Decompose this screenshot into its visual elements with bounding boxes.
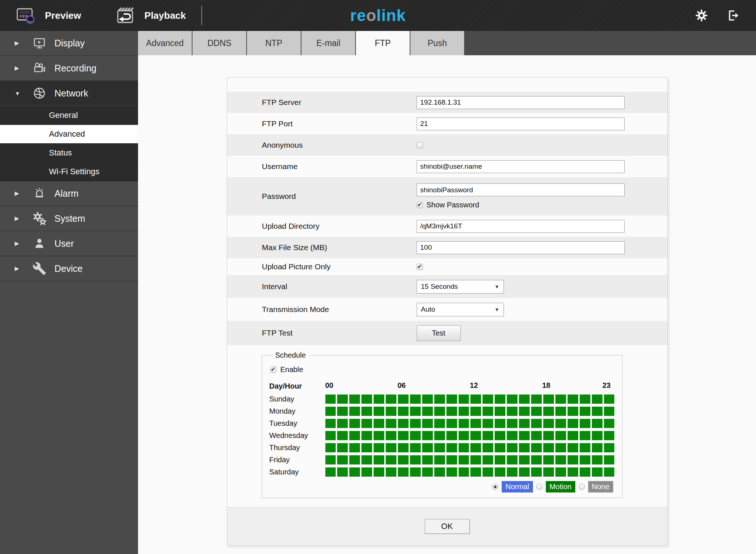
schedule-cell[interactable] <box>604 443 615 452</box>
schedule-cell[interactable] <box>459 455 469 464</box>
schedule-cell[interactable] <box>410 407 421 416</box>
schedule-cell[interactable] <box>374 431 384 440</box>
schedule-cell[interactable] <box>325 443 336 452</box>
tab-ddns[interactable]: DDNS <box>192 31 246 55</box>
schedule-cell[interactable] <box>568 431 578 440</box>
show-password-checkbox[interactable] <box>417 202 423 208</box>
schedule-cell[interactable] <box>531 407 542 416</box>
schedule-cell[interactable] <box>410 443 421 452</box>
schedule-cell[interactable] <box>374 395 384 404</box>
schedule-cell[interactable] <box>555 467 566 477</box>
schedule-cell[interactable] <box>361 407 372 416</box>
schedule-cell[interactable] <box>361 431 372 440</box>
schedule-cell[interactable] <box>531 455 542 464</box>
schedule-cell[interactable] <box>337 407 348 416</box>
schedule-cell[interactable] <box>531 419 542 428</box>
sidebar-item-network[interactable]: ▼Network <box>0 81 138 106</box>
schedule-cell[interactable] <box>470 443 481 452</box>
schedule-cell[interactable] <box>361 455 372 464</box>
schedule-cell[interactable] <box>410 431 421 440</box>
upload-directory-input[interactable] <box>417 220 625 233</box>
anonymous-checkbox[interactable] <box>417 142 423 148</box>
schedule-cell[interactable] <box>422 455 433 464</box>
sidebar-item-user[interactable]: ▶User <box>0 231 138 256</box>
schedule-cell[interactable] <box>495 395 505 404</box>
schedule-cell[interactable] <box>495 419 505 428</box>
schedule-cell[interactable] <box>483 443 493 452</box>
schedule-cell[interactable] <box>555 395 566 404</box>
schedule-cell[interactable] <box>422 419 433 428</box>
schedule-cell[interactable] <box>386 455 396 464</box>
mode-chip-motion[interactable]: Motion <box>546 481 575 492</box>
schedule-cell[interactable] <box>580 443 590 452</box>
schedule-cell[interactable] <box>543 431 554 440</box>
schedule-cell[interactable] <box>398 407 409 416</box>
schedule-cell[interactable] <box>349 467 360 477</box>
schedule-cell[interactable] <box>325 395 336 404</box>
schedule-cell[interactable] <box>604 419 615 428</box>
schedule-cell[interactable] <box>434 455 445 464</box>
schedule-cell[interactable] <box>531 443 542 452</box>
schedule-cell[interactable] <box>434 419 445 428</box>
schedule-cell[interactable] <box>386 443 396 452</box>
schedule-cell[interactable] <box>592 431 603 440</box>
schedule-cell[interactable] <box>434 443 445 452</box>
schedule-cell[interactable] <box>422 407 433 416</box>
schedule-cell[interactable] <box>555 455 566 464</box>
schedule-cell[interactable] <box>604 431 615 440</box>
schedule-cell[interactable] <box>422 443 433 452</box>
schedule-cell[interactable] <box>398 443 409 452</box>
schedule-cell[interactable] <box>519 455 530 464</box>
schedule-cell[interactable] <box>459 419 469 428</box>
schedule-cell[interactable] <box>604 407 615 416</box>
schedule-cell[interactable] <box>531 467 542 477</box>
schedule-cell[interactable] <box>422 467 433 477</box>
schedule-cell[interactable] <box>543 419 554 428</box>
schedule-cell[interactable] <box>374 419 384 428</box>
gear-icon[interactable] <box>695 9 708 22</box>
schedule-cell[interactable] <box>555 431 566 440</box>
schedule-cell[interactable] <box>349 443 360 452</box>
schedule-cell[interactable] <box>361 395 372 404</box>
schedule-cell[interactable] <box>459 467 469 477</box>
schedule-cell[interactable] <box>592 407 603 416</box>
schedule-cell[interactable] <box>543 455 554 464</box>
schedule-cell[interactable] <box>398 419 409 428</box>
schedule-cell[interactable] <box>495 443 505 452</box>
ftp-server-input[interactable] <box>417 96 625 109</box>
sidebar-item-wi-fi-settings[interactable]: Wi-Fi Settings <box>0 162 138 181</box>
schedule-cell[interactable] <box>507 395 517 404</box>
schedule-cell[interactable] <box>410 395 421 404</box>
schedule-cell[interactable] <box>361 443 372 452</box>
schedule-cell[interactable] <box>555 407 566 416</box>
schedule-cell[interactable] <box>446 395 457 404</box>
schedule-cell[interactable] <box>507 443 517 452</box>
schedule-cell[interactable] <box>470 455 481 464</box>
schedule-cell[interactable] <box>483 431 493 440</box>
ok-button[interactable]: OK <box>425 519 470 534</box>
logout-icon[interactable] <box>727 9 740 22</box>
schedule-cell[interactable] <box>325 407 336 416</box>
schedule-cell[interactable] <box>446 419 457 428</box>
schedule-cell[interactable] <box>459 407 469 416</box>
schedule-cell[interactable] <box>592 395 603 404</box>
interval-select[interactable]: 15 Seconds ▼ <box>417 280 504 294</box>
mode-radio-none[interactable] <box>579 484 585 490</box>
mode-chip-normal[interactable]: Normal <box>502 481 533 492</box>
schedule-cell[interactable] <box>604 455 615 464</box>
schedule-cell[interactable] <box>446 431 457 440</box>
schedule-cell[interactable] <box>495 467 505 477</box>
schedule-cell[interactable] <box>580 395 590 404</box>
schedule-cell[interactable] <box>361 419 372 428</box>
schedule-cell[interactable] <box>398 431 409 440</box>
schedule-cell[interactable] <box>398 455 409 464</box>
schedule-cell[interactable] <box>580 467 590 477</box>
tab-e-mail[interactable]: E-mail <box>301 31 355 55</box>
schedule-cell[interactable] <box>483 395 493 404</box>
schedule-cell[interactable] <box>507 431 517 440</box>
schedule-cell[interactable] <box>386 407 396 416</box>
sidebar-item-device[interactable]: ▶Device <box>0 256 138 281</box>
schedule-cell[interactable] <box>470 431 481 440</box>
schedule-cell[interactable] <box>374 407 384 416</box>
transmission-mode-select[interactable]: Auto ▼ <box>417 303 504 316</box>
